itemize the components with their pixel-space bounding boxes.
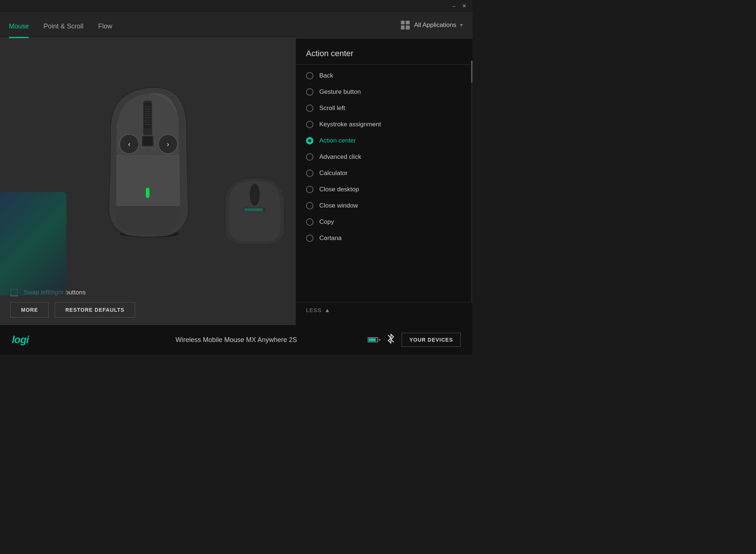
- chevron-down-icon: ▼: [459, 23, 464, 28]
- action-center-panel: Action center BackGesture buttonScroll l…: [295, 38, 472, 325]
- svg-rect-7: [144, 113, 151, 114]
- option-label-close-window: Close window: [319, 202, 358, 209]
- scrollbar-track[interactable]: [471, 61, 472, 303]
- option-label-action-center: Action center: [319, 137, 356, 144]
- radio-scroll-left: [306, 105, 313, 112]
- tab-flow[interactable]: Flow: [98, 12, 112, 38]
- option-label-calculator: Calculator: [319, 170, 348, 177]
- radio-back: [306, 72, 313, 79]
- svg-rect-10: [144, 120, 151, 120]
- device-name: Wireless Mobile Mouse MX Anywhere 2S: [175, 336, 297, 344]
- option-item-action-center[interactable]: Action center: [296, 133, 472, 149]
- svg-rect-24: [244, 208, 263, 211]
- radio-action-center: [306, 137, 313, 144]
- grid-icon[interactable]: [401, 21, 410, 30]
- option-label-back: Back: [319, 72, 333, 79]
- app-container: Mouse Point & Scroll Flow All Applicatio…: [0, 12, 472, 355]
- radio-advanced-click: [306, 153, 313, 161]
- option-item-gesture-button[interactable]: Gesture button: [296, 84, 472, 100]
- svg-rect-4: [144, 106, 151, 107]
- logi-logo: logi: [12, 334, 29, 346]
- option-label-copy: Copy: [319, 218, 334, 226]
- option-item-scroll-left[interactable]: Scroll left: [296, 100, 472, 116]
- svg-text:›: ›: [167, 140, 169, 148]
- radio-cortana: [306, 235, 313, 242]
- svg-rect-5: [144, 109, 151, 109]
- battery-tip: [379, 339, 380, 341]
- mouse-side-view: [214, 174, 295, 248]
- svg-rect-6: [144, 111, 151, 112]
- svg-rect-18: [143, 137, 152, 146]
- more-button[interactable]: MORE: [10, 302, 49, 318]
- radio-close-desktop: [306, 186, 313, 193]
- footer-right: YOUR DEVICES: [368, 333, 461, 347]
- header-right: All Applications ▼: [401, 21, 464, 30]
- radio-copy: [306, 218, 313, 226]
- option-label-keystroke-assignment: Keystroke assignment: [319, 121, 381, 128]
- battery-body: [368, 337, 378, 342]
- svg-rect-12: [144, 124, 151, 125]
- option-label-cortana: Cortana: [319, 235, 341, 242]
- svg-point-22: [250, 184, 260, 206]
- main-content: ‹ › logi: [0, 38, 472, 325]
- footer: logi Wireless Mobile Mouse MX Anywhere 2…: [0, 325, 472, 355]
- mouse-illustration: ‹ › logi: [89, 81, 207, 239]
- svg-rect-20: [146, 188, 150, 198]
- minimize-button[interactable]: –: [449, 1, 459, 11]
- svg-rect-11: [144, 122, 151, 123]
- bluetooth-icon: [388, 334, 394, 346]
- radio-close-window: [306, 202, 313, 209]
- option-item-calculator[interactable]: Calculator: [296, 165, 472, 181]
- action-buttons-row: MORE RESTORE DEFAULTS: [10, 302, 285, 318]
- option-item-close-desktop[interactable]: Close desktop: [296, 181, 472, 198]
- battery-fill: [369, 338, 376, 341]
- tab-point-scroll[interactable]: Point & Scroll: [44, 12, 83, 38]
- option-item-back[interactable]: Back: [296, 68, 472, 84]
- title-bar: – ✕: [0, 0, 472, 12]
- panel-title: Action center: [296, 46, 472, 65]
- option-label-close-desktop: Close desktop: [319, 186, 359, 193]
- less-button[interactable]: LESS ▲: [296, 302, 472, 318]
- option-item-keystroke-assignment[interactable]: Keystroke assignment: [296, 116, 472, 133]
- radio-keystroke-assignment: [306, 121, 313, 128]
- radio-calculator: [306, 170, 313, 177]
- scrollbar-thumb[interactable]: [471, 61, 472, 83]
- option-item-copy[interactable]: Copy: [296, 214, 472, 230]
- mouse-area: ‹ › logi: [0, 38, 295, 281]
- option-item-advanced-click[interactable]: Advanced click: [296, 149, 472, 165]
- restore-defaults-button[interactable]: RESTORE DEFAULTS: [55, 302, 135, 318]
- option-item-cortana[interactable]: Cortana: [296, 230, 472, 246]
- tab-mouse[interactable]: Mouse: [9, 12, 29, 38]
- option-label-scroll-left: Scroll left: [319, 105, 345, 112]
- battery-icon: [368, 337, 380, 342]
- all-applications-dropdown[interactable]: All Applications ▼: [414, 21, 464, 29]
- option-item-close-window[interactable]: Close window: [296, 198, 472, 214]
- svg-rect-9: [144, 117, 151, 118]
- tab-bar: Mouse Point & Scroll Flow: [9, 12, 112, 38]
- radio-gesture-button: [306, 88, 313, 96]
- svg-rect-8: [144, 115, 151, 116]
- option-list: BackGesture buttonScroll leftKeystroke a…: [296, 68, 472, 299]
- close-button[interactable]: ✕: [459, 1, 470, 11]
- chevron-up-icon: ▲: [324, 307, 330, 313]
- header: Mouse Point & Scroll Flow All Applicatio…: [0, 12, 472, 38]
- mouse-svg: ‹ › logi: [89, 81, 207, 239]
- option-label-advanced-click: Advanced click: [319, 153, 361, 161]
- option-label-gesture-button: Gesture button: [319, 88, 361, 96]
- your-devices-button[interactable]: YOUR DEVICES: [402, 333, 461, 347]
- svg-text:‹: ‹: [128, 140, 130, 148]
